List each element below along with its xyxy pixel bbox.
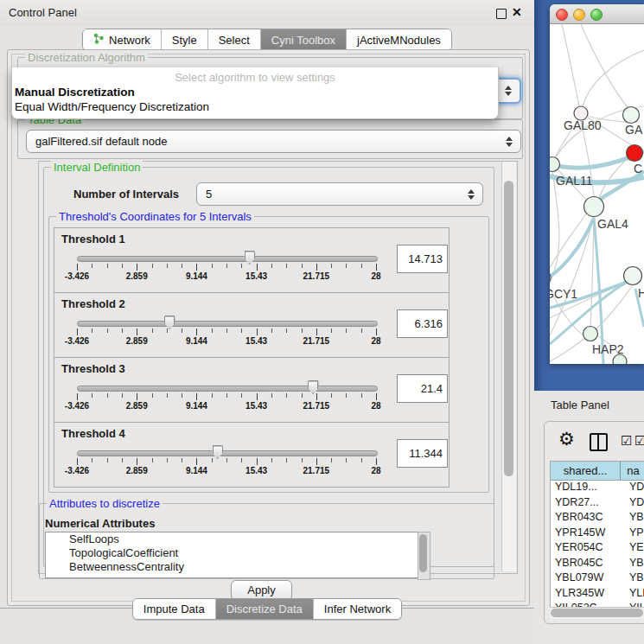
close-icon[interactable]: ✕ (512, 5, 522, 19)
tab-label: Network (109, 34, 150, 47)
list-scrollbar[interactable] (418, 532, 430, 580)
table-cell[interactable]: YBR043C (551, 511, 624, 526)
attributes-list[interactable]: SelfLoops TopologicalCoefficient Between… (45, 532, 418, 578)
network-node[interactable] (583, 327, 598, 341)
table-row[interactable]: YBR045CYBR0 (551, 557, 644, 572)
checkbox-icon[interactable]: ☑ (634, 433, 644, 449)
table-row[interactable]: YBR043CYBR0 (551, 511, 644, 526)
threshold-slider[interactable]: -3.426 2.859 9.144 15.43 21.715 28 (77, 445, 376, 485)
table-cell[interactable]: YPR145W (551, 526, 624, 542)
network-node[interactable] (550, 157, 560, 172)
tick-label: 21.715 (303, 271, 330, 281)
tick-label: -3.426 (65, 336, 89, 346)
slider-thumb[interactable] (212, 445, 223, 459)
table-cell[interactable]: YLR345W (551, 587, 624, 603)
table-row[interactable]: YDR27...YDR2 (551, 496, 644, 512)
threshold-slider[interactable]: -3.426 2.859 9.144 15.43 21.715 28 (77, 251, 376, 290)
table-cell[interactable]: YER054C (551, 541, 624, 557)
tab-cyni-toolbox[interactable]: Cyni Toolbox (260, 29, 346, 50)
table-cell[interactable]: YBR0 (624, 557, 644, 572)
threshold-value-field[interactable]: 11.344 (397, 439, 448, 468)
tab-select[interactable]: Select (207, 29, 260, 50)
tab-style[interactable]: Style (161, 29, 207, 50)
screen: Control Panel ✕ Network Style (0, 0, 644, 644)
slider-track[interactable] (77, 321, 378, 327)
tab-infer-network[interactable]: Infer Network (313, 599, 401, 619)
table-header-row: shared... na (551, 462, 644, 481)
network-window-titlebar[interactable] (550, 4, 644, 24)
threshold-slider[interactable]: -3.426 2.859 9.144 15.43 21.715 28 (77, 316, 376, 355)
network-node[interactable] (613, 354, 627, 364)
table-cell[interactable]: YER0 (624, 541, 644, 557)
table-row[interactable]: YBL079WYBL0 (551, 571, 644, 587)
zoom-traffic-light-icon[interactable] (590, 9, 603, 21)
table-row[interactable]: YER054CYER0 (551, 541, 644, 557)
tick-label: 15.43 (245, 336, 267, 346)
network-node[interactable] (584, 197, 604, 217)
network-edges (550, 24, 644, 361)
list-item[interactable]: SelfLoops (46, 532, 418, 546)
minimize-traffic-light-icon[interactable] (573, 9, 585, 21)
checkbox-icon[interactable]: ☑ (621, 433, 632, 449)
network-node[interactable] (627, 145, 643, 162)
network-node-label: GAL11 (556, 174, 593, 188)
combobox-value: galFiltered.sif default node (35, 135, 167, 148)
threshold-slider[interactable]: -3.426 2.859 9.144 15.43 21.715 28 (77, 380, 376, 420)
table-cell[interactable]: YDR27... (551, 496, 624, 512)
network-node[interactable] (623, 107, 640, 124)
network-node[interactable] (624, 267, 642, 285)
table-cell[interactable]: YBR045C (551, 557, 624, 572)
gear-icon[interactable]: ⚙ (558, 429, 575, 450)
slider-thumb[interactable] (164, 316, 175, 329)
table-row[interactable]: YDL19...YDL1 (551, 481, 644, 496)
vertical-scrollbar[interactable] (501, 162, 516, 571)
number-of-intervals-combobox[interactable]: 5 (196, 182, 483, 206)
list-item[interactable]: TopologicalCoefficient (46, 546, 418, 560)
slider-ticks (77, 328, 376, 333)
slider-track[interactable] (77, 450, 378, 456)
threshold-value-field[interactable]: 6.316 (397, 309, 448, 338)
table-cell[interactable]: YLR3 (624, 587, 644, 603)
close-traffic-light-icon[interactable] (556, 9, 568, 21)
table-row[interactable]: YPR145WYPR1 (551, 526, 644, 542)
tab-discretize-data[interactable]: Discretize Data (215, 599, 313, 619)
dropdown-option-manual-discretization[interactable]: Manual Discretization (15, 86, 135, 99)
table-cell[interactable]: YDL1 (624, 481, 644, 496)
network-canvas[interactable]: GAL80GACGAL11GAL4GCY1HHAP2 (550, 24, 644, 364)
tab-network[interactable]: Network (83, 29, 161, 50)
scrollbar-thumb[interactable] (419, 534, 427, 572)
float-window-icon[interactable] (496, 9, 507, 19)
table-cell[interactable]: YPR1 (624, 526, 644, 542)
horizontal-scrollbar[interactable] (550, 607, 644, 619)
table-cell[interactable]: YBR0 (624, 511, 644, 526)
network-node-label: C (634, 162, 642, 175)
threshold-value-field[interactable]: 14.713 (397, 245, 448, 273)
slider-ticks (77, 264, 376, 268)
scrollbar-thumb[interactable] (504, 181, 513, 476)
threshold-label: Threshold 4 (61, 427, 125, 440)
split-columns-icon[interactable] (590, 433, 608, 451)
threshold-value-field[interactable]: 21.4 (397, 374, 448, 403)
node-table[interactable]: shared... na YDL19...YDL1 YDR27...YDR2 Y… (550, 461, 644, 609)
stepper-arrows-icon (506, 137, 513, 147)
tab-jactivemnodules[interactable]: jActiveMNodules (346, 29, 451, 50)
table-cell[interactable]: YDL19... (551, 481, 624, 496)
column-header[interactable]: shared... (551, 462, 621, 480)
slider-thumb[interactable] (308, 380, 319, 394)
table-data-combobox[interactable]: galFiltered.sif default node (26, 130, 521, 153)
tab-impute-data[interactable]: Impute Data (133, 599, 215, 619)
dropdown-option-equal-width-frequency[interactable]: Equal Width/Frequency Discretization (15, 100, 209, 113)
network-node-label: GCY1 (550, 287, 577, 301)
table-cell[interactable]: YBL0 (624, 571, 644, 587)
tick-label: 15.43 (245, 466, 267, 475)
group-title: Interval Definition (51, 161, 143, 174)
slider-track[interactable] (77, 386, 378, 392)
list-item[interactable]: BetweennessCentrality (46, 560, 418, 574)
table-cell[interactable]: YBL079W (551, 571, 624, 587)
slider-thumb[interactable] (244, 251, 255, 265)
scrollbar-thumb[interactable] (551, 609, 643, 617)
table-cell[interactable]: YDR2 (624, 496, 644, 512)
table-row[interactable]: YLR345WYLR3 (551, 587, 644, 603)
column-header[interactable]: na (621, 462, 644, 480)
slider-track[interactable] (77, 256, 378, 262)
